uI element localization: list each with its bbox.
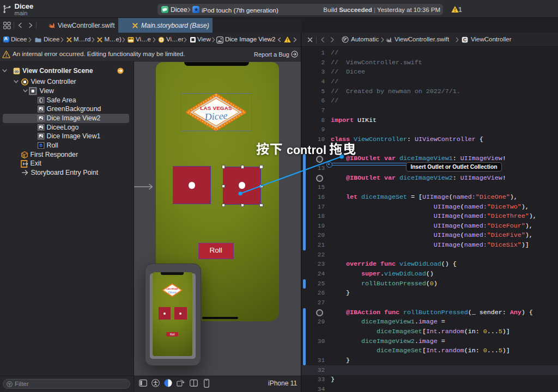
svg-text:control: control [287, 144, 326, 157]
